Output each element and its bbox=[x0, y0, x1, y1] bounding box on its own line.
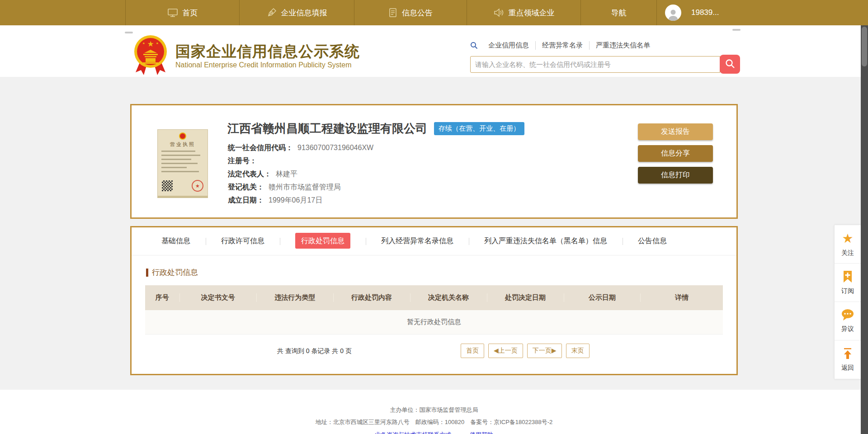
avatar bbox=[665, 5, 681, 21]
top-navigation: 首页 企业信息填报 信息公告 重点领域企业 导航 bbox=[0, 0, 868, 25]
search-input[interactable] bbox=[470, 56, 720, 73]
brand: ★ ★ ★ 国家企业信用信息公示系统 National Enterprise C… bbox=[132, 34, 360, 78]
first-page-button[interactable]: 首页 bbox=[461, 344, 484, 358]
nav-label: 导航 bbox=[611, 8, 627, 18]
company-fields: 统一社会信用代码： 9136070073196046XW 注册号： 法定代表人：… bbox=[228, 143, 373, 209]
tab-abnormal-operations-list[interactable]: 列入经营异常名录信息 bbox=[366, 236, 469, 246]
nav-label: 首页 bbox=[183, 8, 198, 18]
search-block: 企业信用信息 经营异常名录 严重违法失信名单 bbox=[470, 41, 744, 74]
speaker-icon bbox=[493, 8, 504, 18]
site-subtitle: National Enterprise Credit Information P… bbox=[175, 61, 360, 69]
page-content: 营业执照 ★ 江西省赣州昌顺工程建设监理有限公司 存续（在营、开业、在册） 统一… bbox=[0, 77, 868, 390]
nav-fill bbox=[747, 0, 868, 25]
col-行政处罚内容: 行政处罚内容 bbox=[334, 293, 410, 302]
site-header: ★ ★ ★ 国家企业信用信息公示系统 National Enterprise C… bbox=[0, 25, 868, 77]
next-page-button[interactable]: 下一页▶ bbox=[527, 344, 562, 358]
company-actions: 发送报告 信息分享 信息打印 bbox=[638, 123, 713, 184]
chat-icon bbox=[841, 309, 854, 323]
col-公示日期: 公示日期 bbox=[564, 293, 641, 302]
pen-icon bbox=[267, 8, 277, 18]
nav-user-menu[interactable]: 19839... bbox=[657, 0, 747, 25]
nav-item-enterprise-filing[interactable]: 企业信息填报 bbox=[240, 0, 354, 25]
section-title: 行政处罚信息 bbox=[152, 267, 198, 278]
section-head: 行政处罚信息 bbox=[146, 267, 736, 278]
company-detail-card: 基础信息 行政许可信息 行政处罚信息 列入经营异常名录信息 列入严重违法失信名单… bbox=[130, 226, 738, 375]
table-empty-row: 暂无行政处罚信息 bbox=[145, 310, 723, 335]
col-决定书文号: 决定书文号 bbox=[180, 293, 257, 302]
objection-button[interactable]: 异议 bbox=[835, 302, 861, 340]
footer-link-support-contact[interactable]: 业务咨询与技术支持联系方式 bbox=[375, 431, 451, 434]
license-emblem-icon bbox=[179, 132, 186, 140]
pagination-buttons: 首页 ◀上一页 下一页▶ 末页 bbox=[461, 344, 590, 358]
browser-scrollbar-thumb[interactable] bbox=[862, 27, 867, 66]
penalty-table: 序号 决定书文号 违法行为类型 行政处罚内容 决定机关名称 处罚决定日期 公示日… bbox=[145, 285, 723, 335]
national-emblem-logo: ★ ★ ★ bbox=[132, 34, 169, 78]
site-title: 国家企业信用信息公示系统 bbox=[175, 43, 360, 60]
nav-label: 重点领域企业 bbox=[509, 8, 555, 18]
site-footer: 主办单位：国家市场监督管理总局 地址：北京市西城区三里河东路八号 邮政编码：10… bbox=[0, 390, 868, 434]
nav-spacer bbox=[0, 0, 126, 25]
nav-item-navigation[interactable]: 导航 bbox=[581, 0, 657, 25]
search-category-icon bbox=[470, 42, 478, 49]
bulletin-icon bbox=[388, 8, 397, 18]
col-序号: 序号 bbox=[145, 293, 180, 302]
field-credit-code: 统一社会信用代码： 9136070073196046XW bbox=[228, 143, 373, 152]
section-bar-icon bbox=[146, 269, 148, 277]
svg-text:★: ★ bbox=[156, 42, 159, 45]
prev-page-button[interactable]: ◀上一页 bbox=[488, 344, 523, 358]
tab-announcement-info[interactable]: 公告信息 bbox=[623, 236, 682, 246]
tab-administrative-penalty[interactable]: 行政处罚信息 bbox=[280, 236, 366, 246]
tab-basic-info[interactable]: 基础信息 bbox=[146, 236, 206, 246]
col-决定机关名称: 决定机关名称 bbox=[410, 293, 487, 302]
svg-text:★: ★ bbox=[842, 231, 853, 245]
field-registration-number: 注册号： bbox=[228, 156, 373, 165]
search-button[interactable] bbox=[720, 55, 740, 74]
send-report-button[interactable]: 发送报告 bbox=[638, 123, 713, 140]
follow-button[interactable]: ★ 关注 bbox=[835, 225, 861, 264]
svg-text:★: ★ bbox=[142, 42, 145, 45]
license-red-seal: ★ bbox=[192, 180, 203, 192]
username: 19839... bbox=[691, 8, 719, 17]
company-name: 江西省赣州昌顺工程建设监理有限公司 bbox=[227, 121, 427, 137]
table-header-row: 序号 决定书文号 违法行为类型 行政处罚内容 决定机关名称 处罚决定日期 公示日… bbox=[145, 285, 723, 310]
field-legal-representative: 法定代表人： 林建平 bbox=[228, 170, 373, 179]
bookmark-plus-icon bbox=[842, 270, 854, 285]
nav-label: 信息公告 bbox=[402, 8, 433, 18]
nav-item-announcements[interactable]: 信息公告 bbox=[354, 0, 467, 25]
business-license-image: 营业执照 ★ bbox=[157, 129, 208, 198]
back-to-top-icon bbox=[841, 347, 854, 362]
last-page-button[interactable]: 末页 bbox=[566, 344, 590, 358]
scroll-dash-left bbox=[125, 32, 133, 33]
subscribe-button[interactable]: 订阅 bbox=[835, 264, 861, 302]
company-summary-card: 营业执照 ★ 江西省赣州昌顺工程建设监理有限公司 存续（在营、开业、在册） 统一… bbox=[130, 104, 738, 219]
tab-serious-violation-blacklist[interactable]: 列入严重违法失信名单（黑名单）信息 bbox=[469, 236, 623, 246]
company-head: 江西省赣州昌顺工程建设监理有限公司 存续（在营、开业、在册） bbox=[227, 121, 524, 137]
search-tab-credit-info[interactable]: 企业信用信息 bbox=[482, 41, 535, 50]
search-tab-blacklist[interactable]: 严重违法失信名单 bbox=[589, 41, 656, 50]
license-qr-code bbox=[162, 180, 173, 191]
tab-administrative-license[interactable]: 行政许可信息 bbox=[206, 236, 280, 246]
browser-scrollbar-track[interactable] bbox=[861, 25, 868, 434]
share-info-button[interactable]: 信息分享 bbox=[638, 145, 713, 162]
footer-organizer: 主办单位：国家市场监督管理总局 bbox=[0, 406, 868, 414]
col-违法行为类型: 违法行为类型 bbox=[257, 293, 334, 302]
col-处罚决定日期: 处罚决定日期 bbox=[487, 293, 564, 302]
search-icon bbox=[725, 59, 735, 70]
status-badge: 存续（在营、开业、在册） bbox=[434, 122, 524, 135]
back-to-top-button[interactable]: 返回 bbox=[835, 340, 861, 379]
col-详情: 详情 bbox=[641, 293, 722, 302]
field-establishment-date: 成立日期： 1999年06月17日 bbox=[228, 196, 373, 205]
nav-label: 企业信息填报 bbox=[281, 8, 327, 18]
search-category-tabs: 企业信用信息 经营异常名录 严重违法失信名单 bbox=[470, 41, 744, 50]
footer-link-help[interactable]: 使用帮助 bbox=[470, 431, 493, 434]
search-tab-abnormal-list[interactable]: 经营异常名录 bbox=[535, 41, 589, 50]
floating-side-toolbar: ★ 关注 订阅 异议 bbox=[834, 225, 861, 379]
nav-item-home[interactable]: 首页 bbox=[126, 0, 240, 25]
license-title: 营业执照 bbox=[161, 141, 204, 148]
print-info-button[interactable]: 信息打印 bbox=[638, 167, 713, 184]
nav-item-key-field-enterprises[interactable]: 重点领域企业 bbox=[467, 0, 581, 25]
footer-address: 地址：北京市西城区三里河东路八号 邮政编码：100820 备案号：京ICP备18… bbox=[0, 418, 868, 426]
pagination-summary: 共 查询到 0 条记录 共 0 页 bbox=[277, 347, 352, 355]
svg-text:★: ★ bbox=[147, 40, 154, 48]
pagination: 共 查询到 0 条记录 共 0 页 首页 ◀上一页 下一页▶ 末页 bbox=[132, 335, 736, 371]
